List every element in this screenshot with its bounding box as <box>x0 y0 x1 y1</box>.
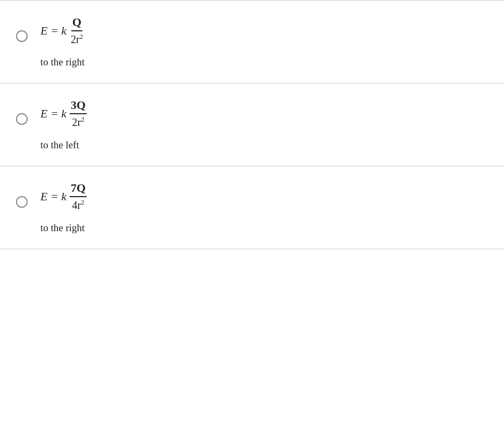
radio-option-1[interactable] <box>16 30 28 42</box>
formula-1: E = k Q 2r2 <box>40 15 488 46</box>
formula-prefix-3: E = k <box>40 190 66 204</box>
denominator-3: 4r2 <box>71 197 86 212</box>
fraction-3: 7Q 4r2 <box>70 181 87 212</box>
direction-3: to the right <box>40 222 488 234</box>
denominator-2: 2r2 <box>71 114 86 129</box>
radio-option-2[interactable] <box>16 113 28 125</box>
denominator-1: 2r2 <box>70 31 84 46</box>
option-content-3: E = k 7Q 4r2 to the right <box>40 181 488 234</box>
option-row-2: E = k 3Q 2r2 to the left <box>0 83 504 166</box>
option-content-2: E = k 3Q 2r2 to the left <box>40 98 488 151</box>
fraction-2: 3Q 2r2 <box>70 98 87 129</box>
formula-3: E = k 7Q 4r2 <box>40 181 488 212</box>
radio-option-3[interactable] <box>16 196 28 208</box>
option-row-3: E = k 7Q 4r2 to the right <box>0 166 504 249</box>
direction-1: to the right <box>40 56 488 68</box>
fraction-1: Q 2r2 <box>70 15 84 46</box>
option-row-1: E = k Q 2r2 to the right <box>0 0 504 83</box>
numerator-2: 3Q <box>70 98 87 114</box>
direction-2: to the left <box>40 139 488 151</box>
formula-prefix-1: E = k <box>40 24 66 38</box>
numerator-3: 7Q <box>70 181 87 197</box>
formula-prefix-2: E = k <box>40 107 66 121</box>
options-list: E = k Q 2r2 to the right E = k 3Q 2r2 <box>0 0 504 249</box>
option-content-1: E = k Q 2r2 to the right <box>40 15 488 68</box>
formula-2: E = k 3Q 2r2 <box>40 98 488 129</box>
numerator-1: Q <box>71 15 82 31</box>
